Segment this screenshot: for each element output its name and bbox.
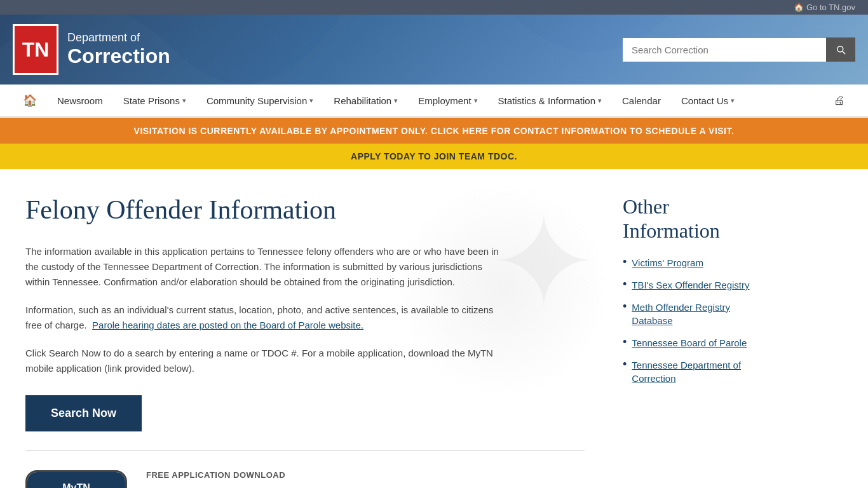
content-area: ✦ Felony Offender Information The inform… xyxy=(0,169,610,488)
nav-home[interactable]: 🏠 xyxy=(13,85,47,118)
visitation-banner[interactable]: VISITATION IS CURRENTLY AVAILABLE BY APP… xyxy=(0,118,868,144)
list-item: Tennessee Board of Parole xyxy=(623,336,763,349)
bottom-section: MyTN 📅 January 28, 2020 FREE APPLICATION… xyxy=(25,470,508,488)
phone-mockup: MyTN 📅 January 28, 2020 xyxy=(25,470,127,488)
search-button[interactable] xyxy=(826,37,855,62)
nav-employment[interactable]: Employment ▾ xyxy=(408,86,487,117)
app-download-text: FREE APPLICATION DOWNLOAD Felony Offende… xyxy=(146,470,508,488)
search-input[interactable] xyxy=(623,38,826,62)
tn-board-parole-link[interactable]: Tennessee Board of Parole xyxy=(632,336,747,349)
sidebar-title: Other Information xyxy=(623,194,763,243)
chevron-down-icon: ▾ xyxy=(182,97,186,105)
list-item: Tennessee Department of Correction xyxy=(623,358,763,385)
top-bar: 🏠 Go to TN.gov xyxy=(0,0,868,15)
nav-contact-us[interactable]: Contact Us ▾ xyxy=(671,86,745,117)
tbi-sex-offender-link[interactable]: TBI's Sex Offender Registry xyxy=(632,278,749,292)
content-divider xyxy=(25,451,585,451)
main-nav: 🏠 Newsroom State Prisons ▾ Community Sup… xyxy=(0,85,868,118)
chevron-down-icon: ▾ xyxy=(309,97,313,105)
victims-program-link[interactable]: Victims' Program xyxy=(632,256,703,269)
nav-statistics[interactable]: Statistics & Information ▾ xyxy=(488,86,612,117)
nav-print[interactable]: 🖨 xyxy=(824,85,855,118)
page-title: Felony Offender Information xyxy=(25,194,585,225)
logo-text: Department of Correction xyxy=(67,31,170,68)
nav-contact-label: Contact Us xyxy=(681,95,728,106)
app-download-label: FREE APPLICATION DOWNLOAD xyxy=(146,470,508,480)
search-now-button[interactable]: Search Now xyxy=(25,395,142,431)
go-to-tngov-link[interactable]: Go to TN.gov xyxy=(806,3,855,12)
main-content: ✦ Felony Offender Information The inform… xyxy=(0,169,868,488)
chevron-down-icon: ▾ xyxy=(598,97,602,105)
logo-area: TN Department of Correction xyxy=(13,24,170,75)
nav-rehabilitation[interactable]: Rehabilitation ▾ xyxy=(323,86,408,117)
list-item: Meth Offender Registry Database xyxy=(623,301,763,327)
search-area xyxy=(623,37,855,62)
tn-badge: TN xyxy=(13,24,58,75)
sidebar-links-list: Victims' Program TBI's Sex Offender Regi… xyxy=(623,256,763,385)
nav-newsroom[interactable]: Newsroom xyxy=(47,86,113,117)
list-item: Victims' Program xyxy=(623,256,763,269)
correction-label: Correction xyxy=(67,44,170,68)
nav-state-prisons[interactable]: State Prisons ▾ xyxy=(113,86,196,117)
nav-statistics-label: Statistics & Information xyxy=(498,95,595,106)
nav-rehabilitation-label: Rehabilitation xyxy=(334,95,391,106)
site-header: TN Department of Correction xyxy=(0,15,868,85)
nav-employment-label: Employment xyxy=(418,95,471,106)
chevron-down-icon: ▾ xyxy=(731,97,735,105)
dept-label: Department of xyxy=(67,31,170,44)
content-paragraph-3: Click Search Now to do a search by enter… xyxy=(25,346,508,376)
parole-link[interactable]: Parole hearing dates are posted on the B… xyxy=(92,320,363,330)
meth-offender-link[interactable]: Meth Offender Registry Database xyxy=(632,301,763,327)
content-paragraph-1: The information available in this applic… xyxy=(25,244,508,290)
content-paragraph-2: Information, such as an individual's cur… xyxy=(25,302,508,333)
nav-state-prisons-label: State Prisons xyxy=(123,95,180,106)
nav-community-supervision-label: Community Supervision xyxy=(207,95,307,106)
home-icon-small: 🏠 xyxy=(794,3,804,12)
tn-dept-correction-link[interactable]: Tennessee Department of Correction xyxy=(632,358,763,385)
nav-calendar[interactable]: Calendar xyxy=(612,86,671,117)
apply-banner[interactable]: APPLY TODAY TO JOIN TEAM TDOC. xyxy=(0,144,868,169)
chevron-down-icon: ▾ xyxy=(474,97,478,105)
nav-community-supervision[interactable]: Community Supervision ▾ xyxy=(196,86,323,117)
list-item: TBI's Sex Offender Registry xyxy=(623,278,763,292)
search-icon xyxy=(835,44,846,55)
phone-app-title: MyTN xyxy=(62,478,90,488)
phone-screen: MyTN 📅 January 28, 2020 xyxy=(27,472,125,488)
sidebar: Other Information Victims' Program TBI's… xyxy=(610,169,775,488)
tn-badge-text: TN xyxy=(22,39,50,60)
chevron-down-icon: ▾ xyxy=(394,97,398,105)
